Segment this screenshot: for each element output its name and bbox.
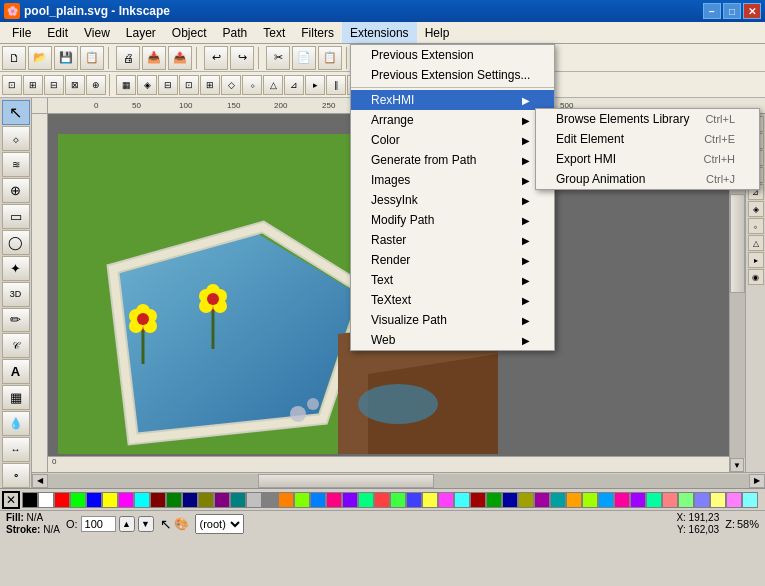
rt-btn9[interactable]: ▸ bbox=[748, 252, 764, 268]
connector-tool[interactable]: ↔ bbox=[2, 437, 30, 462]
color-swatch[interactable] bbox=[310, 492, 326, 508]
save-button[interactable]: 💾 bbox=[54, 46, 78, 70]
open-button[interactable]: 📂 bbox=[28, 46, 52, 70]
color-swatch[interactable] bbox=[742, 492, 758, 508]
hscroll-right[interactable]: ▶ bbox=[749, 474, 765, 488]
opacity-down[interactable]: ▼ bbox=[138, 516, 154, 532]
ext-generate-from-path[interactable]: Generate from Path ▶ bbox=[351, 150, 554, 170]
text-tool[interactable]: A bbox=[2, 359, 30, 384]
copy-button[interactable]: 📄 bbox=[292, 46, 316, 70]
menu-path[interactable]: Path bbox=[215, 22, 256, 43]
menu-layer[interactable]: Layer bbox=[118, 22, 164, 43]
tweak-tool[interactable]: ≋ bbox=[2, 152, 30, 177]
menu-help[interactable]: Help bbox=[417, 22, 458, 43]
menu-object[interactable]: Object bbox=[164, 22, 215, 43]
color-swatch[interactable] bbox=[38, 492, 54, 508]
snap-btn12[interactable]: ⬦ bbox=[242, 75, 262, 95]
color-swatch[interactable] bbox=[614, 492, 630, 508]
ext-images[interactable]: Images ▶ bbox=[351, 170, 554, 190]
color-swatch[interactable] bbox=[438, 492, 454, 508]
snap-btn8[interactable]: ⊟ bbox=[158, 75, 178, 95]
layer-select[interactable]: (root) bbox=[195, 514, 244, 534]
ext-render[interactable]: Render ▶ bbox=[351, 250, 554, 270]
ext-text[interactable]: Text ▶ bbox=[351, 270, 554, 290]
color-swatch[interactable] bbox=[678, 492, 694, 508]
star-tool[interactable]: ✦ bbox=[2, 256, 30, 281]
snap-btn2[interactable]: ⊞ bbox=[23, 75, 43, 95]
menu-file[interactable]: File bbox=[4, 22, 39, 43]
ext-web[interactable]: Web ▶ bbox=[351, 330, 554, 350]
maximize-button[interactable]: □ bbox=[723, 3, 741, 19]
ext-modify-path[interactable]: Modify Path ▶ bbox=[351, 210, 554, 230]
snap-btn7[interactable]: ◈ bbox=[137, 75, 157, 95]
color-swatch[interactable] bbox=[70, 492, 86, 508]
color-swatch[interactable] bbox=[262, 492, 278, 508]
cut-button[interactable]: ✂ bbox=[266, 46, 290, 70]
undo-button[interactable]: ↩ bbox=[204, 46, 228, 70]
node-tool[interactable]: ⬦ bbox=[2, 126, 30, 151]
snap-btn10[interactable]: ⊞ bbox=[200, 75, 220, 95]
color-swatch[interactable] bbox=[342, 492, 358, 508]
color-swatch[interactable] bbox=[230, 492, 246, 508]
color-swatch[interactable] bbox=[598, 492, 614, 508]
minimize-button[interactable]: − bbox=[703, 3, 721, 19]
color-swatch[interactable] bbox=[374, 492, 390, 508]
color-swatch[interactable] bbox=[198, 492, 214, 508]
circle-tool[interactable]: ◯ bbox=[2, 230, 30, 255]
select-tool[interactable]: ↖ bbox=[2, 100, 30, 125]
rt-btn10[interactable]: ◉ bbox=[748, 269, 764, 285]
color-swatch[interactable] bbox=[278, 492, 294, 508]
color-swatch[interactable] bbox=[294, 492, 310, 508]
dropper-tool[interactable]: 💧 bbox=[2, 411, 30, 436]
hscroll-thumb[interactable] bbox=[258, 474, 433, 488]
color-swatch[interactable] bbox=[150, 492, 166, 508]
color-swatch[interactable] bbox=[54, 492, 70, 508]
color-swatch[interactable] bbox=[118, 492, 134, 508]
color-swatch[interactable] bbox=[358, 492, 374, 508]
ext-rexhmi[interactable]: RexHMI ▶ bbox=[351, 90, 554, 110]
ext-visualize-path[interactable]: Visualize Path ▶ bbox=[351, 310, 554, 330]
snap-btn4[interactable]: ⊠ bbox=[65, 75, 85, 95]
color-swatch[interactable] bbox=[630, 492, 646, 508]
zoom-tool[interactable]: ⊕ bbox=[2, 178, 30, 203]
color-swatch[interactable] bbox=[102, 492, 118, 508]
3d-tool[interactable]: 3D bbox=[2, 282, 30, 307]
color-swatch[interactable] bbox=[694, 492, 710, 508]
ext-arrange[interactable]: Arrange ▶ bbox=[351, 110, 554, 130]
color-swatch[interactable] bbox=[518, 492, 534, 508]
snap-btn5[interactable]: ⊕ bbox=[86, 75, 106, 95]
print-button[interactable]: 🖨 bbox=[116, 46, 140, 70]
menu-view[interactable]: View bbox=[76, 22, 118, 43]
ext-textext[interactable]: TeXtext ▶ bbox=[351, 290, 554, 310]
spray-tool[interactable]: ⚬ bbox=[2, 463, 30, 488]
snap-btn9[interactable]: ⊡ bbox=[179, 75, 199, 95]
no-color-swatch[interactable]: ✕ bbox=[2, 491, 20, 509]
snap-btn1[interactable]: ⊡ bbox=[2, 75, 22, 95]
vscroll-down[interactable]: ▼ bbox=[730, 458, 744, 472]
color-swatch[interactable] bbox=[326, 492, 342, 508]
rexhmi-group-animation[interactable]: Group Animation Ctrl+J bbox=[536, 169, 759, 189]
hscroll-left[interactable]: ◀ bbox=[32, 474, 48, 488]
rt-btn8[interactable]: △ bbox=[748, 235, 764, 251]
color-swatch[interactable] bbox=[166, 492, 182, 508]
close-button[interactable]: ✕ bbox=[743, 3, 761, 19]
new-button[interactable]: 🗋 bbox=[2, 46, 26, 70]
menu-filters[interactable]: Filters bbox=[293, 22, 342, 43]
opacity-input[interactable] bbox=[81, 516, 116, 532]
color-swatch[interactable] bbox=[662, 492, 678, 508]
menu-text[interactable]: Text bbox=[255, 22, 293, 43]
color-swatch[interactable] bbox=[646, 492, 662, 508]
snap-btn13[interactable]: △ bbox=[263, 75, 283, 95]
color-swatch[interactable] bbox=[22, 492, 38, 508]
snap-btn11[interactable]: ◇ bbox=[221, 75, 241, 95]
rexhmi-edit[interactable]: Edit Element Ctrl+E bbox=[536, 129, 759, 149]
rect-tool[interactable]: ▭ bbox=[2, 204, 30, 229]
ext-raster[interactable]: Raster ▶ bbox=[351, 230, 554, 250]
color-swatch[interactable] bbox=[470, 492, 486, 508]
ext-previous[interactable]: Previous Extension bbox=[351, 45, 554, 65]
color-swatch[interactable] bbox=[582, 492, 598, 508]
import-button[interactable]: 📥 bbox=[142, 46, 166, 70]
color-swatch[interactable] bbox=[182, 492, 198, 508]
save-as-button[interactable]: 📋 bbox=[80, 46, 104, 70]
color-swatch[interactable] bbox=[502, 492, 518, 508]
